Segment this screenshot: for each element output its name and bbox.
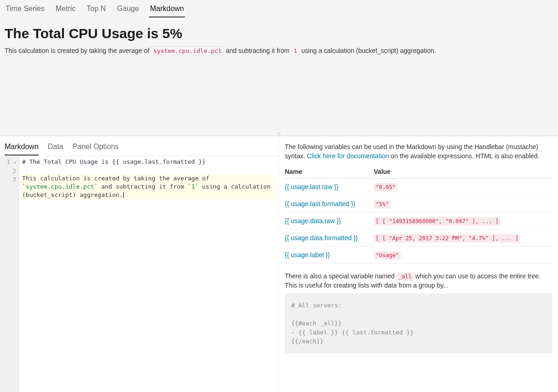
variable-value: "0.05" [374,183,397,191]
tab-editor-markdown[interactable]: Markdown [5,141,39,156]
text: This calculation is created by taking th… [5,47,151,54]
tab-editor-data[interactable]: Data [48,141,63,156]
text: on the available expressions. HTML is al… [389,152,539,160]
editor-gutter: 1 ▾ 2 3 [0,156,19,392]
code-line-highlighted: This calculation is created by taking th… [22,174,276,199]
variable-value: "5%" [374,200,391,208]
variable-name[interactable]: {{ usage.last.raw }} [285,183,339,190]
resize-handle[interactable]: ☰ [277,132,281,136]
tab-editor-panel-options[interactable]: Panel Options [73,141,119,156]
variable-value: "Usage" [374,251,401,259]
editor-code[interactable]: # The Total CPU Usage is {{ usage.last.f… [19,156,279,392]
variable-name[interactable]: {{ usage.last.formatted }} [285,200,355,208]
visualization-type-tabs: Time Series Metric Top N Gauge Markdown [0,0,558,17]
markdown-preview: The Total CPU Usage is 5% This calculati… [0,17,558,63]
variable-name[interactable]: {{ usage.data.formatted }} [285,234,358,242]
table-row: {{ usage.label }} "Usage" [285,247,552,264]
col-value-header: Value [374,165,552,179]
help-intro: The following variables can be used in t… [285,143,552,161]
text: and subtracting it from [224,47,291,54]
special-variable-note: There is also a special variable named _… [285,272,552,290]
inline-code: system.cpu.idle.pct [151,46,224,55]
table-row: {{ usage.last.formatted }} "5%" [285,196,552,213]
variable-value: [ [ "1493158960000", "0.047" ], ... ] [374,217,500,225]
markdown-editor[interactable]: 1 ▾ 2 3 # The Total CPU Usage is {{ usag… [0,156,279,392]
inline-code: 1 [291,46,299,55]
tab-top-n[interactable]: Top N [86,3,107,17]
editor-tabs: Markdown Data Panel Options [0,136,279,156]
code-example: # All servers: {{#each _all}} - {{ label… [285,294,552,353]
variables-table: Name Value {{ usage.last.raw }} "0.05" {… [285,165,552,264]
preview-description: This calculation is created by taking th… [5,47,553,54]
table-row: {{ usage.data.formatted }} [ [ "Apr 25, … [285,230,552,247]
documentation-link[interactable]: Click here for documentation [307,152,389,160]
code-line: # The Total CPU Usage is {{ usage.last.f… [22,158,206,165]
preview-panel: Time Series Metric Top N Gauge Markdown … [0,0,558,136]
variable-name[interactable]: {{ usage.label }} [285,251,330,259]
variable-name[interactable]: {{ usage.data.raw }} [285,217,341,225]
tab-markdown[interactable]: Markdown [149,3,185,17]
text-cursor [123,192,124,198]
col-name-header: Name [285,165,374,179]
variable-value: [ [ "Apr 25, 2017 3:22 PM", "4.7%" ], ..… [374,234,521,242]
lower-panel: Markdown Data Panel Options 1 ▾ 2 3 # Th… [0,136,558,392]
tab-gauge[interactable]: Gauge [116,3,140,17]
tab-metric[interactable]: Metric [55,3,77,17]
help-panel: The following variables can be used in t… [279,136,558,392]
text: There is also a special variable named [285,272,397,280]
table-row: {{ usage.data.raw }} [ [ "1493158960000"… [285,213,552,230]
editor-panel: Markdown Data Panel Options 1 ▾ 2 3 # Th… [0,136,279,392]
preview-heading: The Total CPU Usage is 5% [5,26,553,41]
table-row: {{ usage.last.raw }} "0.05" [285,179,552,196]
text: using a calculation (bucket_script) aggr… [299,47,436,54]
tab-time-series[interactable]: Time Series [5,3,46,17]
inline-code: _all [397,272,414,281]
